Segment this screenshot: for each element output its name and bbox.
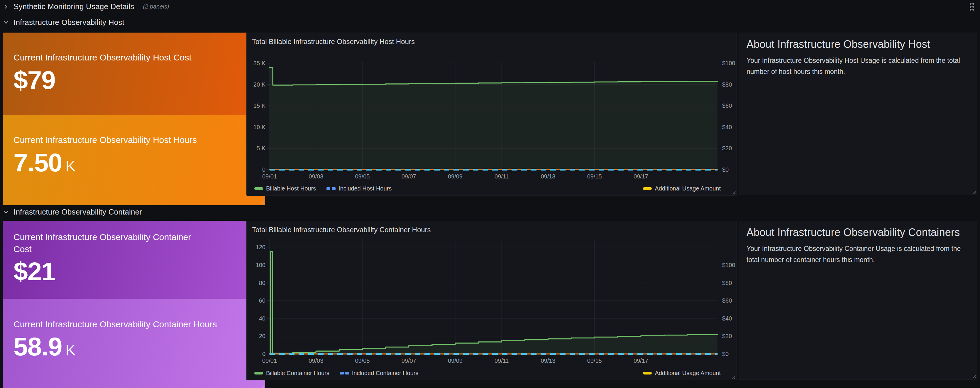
stat-container-hours-panel: Current Infrastructure Observability Con… <box>3 299 265 388</box>
svg-text:5 K: 5 K <box>257 145 266 152</box>
about-containers-panel: About Infrastructure Observability Conta… <box>738 221 977 380</box>
svg-text:$20: $20 <box>722 333 732 339</box>
legend-item-included-container-hours[interactable]: Included Container Hours <box>340 370 418 377</box>
section-title-host: Infrastructure Observability Host <box>13 18 124 27</box>
stat-title: Current Infrastructure Observability Hos… <box>13 52 255 64</box>
resize-handle[interactable] <box>972 189 976 194</box>
legend-label: Additional Usage Amount <box>655 185 721 192</box>
legend-label: Included Host Hours <box>339 185 391 192</box>
legend-label: Billable Container Hours <box>266 370 329 377</box>
legend-item-included-host-hours[interactable]: Included Host Hours <box>326 185 391 192</box>
svg-text:120: 120 <box>256 244 266 250</box>
about-body: Your Infrastructure Observability Contai… <box>746 243 969 266</box>
row-panel-count: (2 panels) <box>143 3 169 10</box>
drag-handle-icon[interactable] <box>969 2 975 12</box>
row-header-infra-host[interactable]: Infrastructure Observability Host <box>3 16 977 29</box>
svg-text:$60: $60 <box>722 297 732 304</box>
chevron-right-icon <box>3 3 9 10</box>
svg-text:$0: $0 <box>722 351 729 357</box>
svg-text:$100: $100 <box>722 60 735 66</box>
about-heading: About Infrastructure Observability Host <box>746 38 969 51</box>
resize-handle[interactable] <box>731 375 736 379</box>
about-heading: About Infrastructure Observability Conta… <box>746 226 969 239</box>
svg-text:09/07: 09/07 <box>402 173 416 180</box>
svg-text:$40: $40 <box>722 315 732 322</box>
svg-text:20: 20 <box>259 333 266 339</box>
resize-handle[interactable] <box>259 384 264 388</box>
svg-text:$20: $20 <box>722 145 732 152</box>
container-hours-time-series-chart[interactable]: 0$020$2040$4060$6080$80100$10012009/0109… <box>247 221 737 380</box>
svg-text:09/03: 09/03 <box>309 358 323 364</box>
svg-text:09/09: 09/09 <box>448 173 463 180</box>
svg-text:10 K: 10 K <box>253 124 266 130</box>
row-header-synthetic-monitoring[interactable]: Synthetic Monitoring Usage Details (2 pa… <box>3 0 977 13</box>
svg-text:80: 80 <box>259 280 266 286</box>
container-hours-chart-panel: Total Billable Infrastructure Observabil… <box>247 221 737 380</box>
svg-text:09/09: 09/09 <box>448 358 463 364</box>
legend-item-additional-usage-amount[interactable]: Additional Usage Amount <box>643 370 721 377</box>
host-hours-chart-panel: Total Billable Infrastructure Observabil… <box>247 33 737 196</box>
svg-text:09/01: 09/01 <box>262 358 277 364</box>
legend-swatch-icon <box>254 372 263 375</box>
svg-text:15 K: 15 K <box>253 102 266 109</box>
chart-legend: Billable Host HoursIncluded Host Hours A… <box>254 185 721 192</box>
svg-text:09/03: 09/03 <box>309 173 323 180</box>
svg-text:09/11: 09/11 <box>495 358 509 364</box>
legend-item-additional-usage-amount[interactable]: Additional Usage Amount <box>643 185 721 192</box>
stat-title: Current Infrastructure Observability Con… <box>13 231 207 255</box>
stat-host-hours-panel: Current Infrastructure Observability Hos… <box>3 115 265 205</box>
legend-swatch-icon <box>340 372 349 375</box>
chevron-down-icon <box>3 209 9 215</box>
svg-text:09/15: 09/15 <box>587 358 602 364</box>
chevron-down-icon <box>3 19 9 25</box>
svg-text:60: 60 <box>259 297 266 304</box>
host-hours-time-series-chart[interactable]: 0$05 K$2010 K$4015 K$6020 K$8025 K$10009… <box>247 33 737 195</box>
svg-text:20 K: 20 K <box>253 81 266 88</box>
about-host-panel: About Infrastructure Observability Host … <box>738 33 977 195</box>
svg-text:25 K: 25 K <box>253 60 266 66</box>
section-title-container: Infrastructure Observability Container <box>13 208 142 217</box>
svg-text:0: 0 <box>262 166 266 173</box>
svg-text:$100: $100 <box>722 262 735 268</box>
stat-value: 58.9K <box>13 333 255 360</box>
svg-text:$60: $60 <box>722 102 732 109</box>
stat-value: $79 <box>13 67 255 94</box>
svg-text:$0: $0 <box>722 166 729 173</box>
svg-text:09/17: 09/17 <box>633 358 648 364</box>
svg-text:$80: $80 <box>722 280 732 286</box>
svg-text:40: 40 <box>259 315 266 322</box>
stat-title: Current Infrastructure Observability Hos… <box>13 134 255 146</box>
legend-swatch-icon <box>326 187 336 190</box>
svg-text:09/17: 09/17 <box>633 173 648 180</box>
legend-label: Additional Usage Amount <box>655 370 721 377</box>
legend-swatch-icon <box>643 372 652 375</box>
stat-value: $21 <box>13 258 255 285</box>
resize-handle[interactable] <box>972 374 976 378</box>
legend-label: Billable Host Hours <box>266 185 316 192</box>
resize-handle[interactable] <box>259 200 264 204</box>
series-fill <box>270 252 718 354</box>
svg-text:0: 0 <box>262 351 266 357</box>
row-title: Synthetic Monitoring Usage Details <box>13 2 134 11</box>
resize-handle[interactable] <box>731 190 736 195</box>
svg-text:$80: $80 <box>722 81 732 88</box>
svg-text:09/01: 09/01 <box>262 173 277 180</box>
legend-item-billable-host-hours[interactable]: Billable Host Hours <box>254 185 316 192</box>
stat-title: Current Infrastructure Observability Con… <box>13 318 255 331</box>
row-header-infra-container[interactable]: Infrastructure Observability Container <box>3 206 977 218</box>
legend-swatch-icon <box>254 187 263 190</box>
stat-host-cost-panel: Current Infrastructure Observability Hos… <box>3 33 265 123</box>
about-body: Your Infrastructure Observability Host U… <box>746 55 969 77</box>
stat-value: 7.50K <box>13 149 255 176</box>
legend-item-billable-container-hours[interactable]: Billable Container Hours <box>254 370 329 377</box>
svg-text:09/13: 09/13 <box>541 173 555 180</box>
legend-label: Included Container Hours <box>352 370 418 377</box>
row-divider <box>3 13 977 13</box>
svg-text:09/05: 09/05 <box>355 173 369 180</box>
stat-container-cost-panel: Current Infrastructure Observability Con… <box>3 221 265 306</box>
svg-text:100: 100 <box>256 262 266 268</box>
svg-text:09/07: 09/07 <box>402 358 416 364</box>
svg-text:09/15: 09/15 <box>587 173 602 180</box>
chart-legend: Billable Container HoursIncluded Contain… <box>254 370 721 377</box>
legend-swatch-icon <box>643 187 652 190</box>
